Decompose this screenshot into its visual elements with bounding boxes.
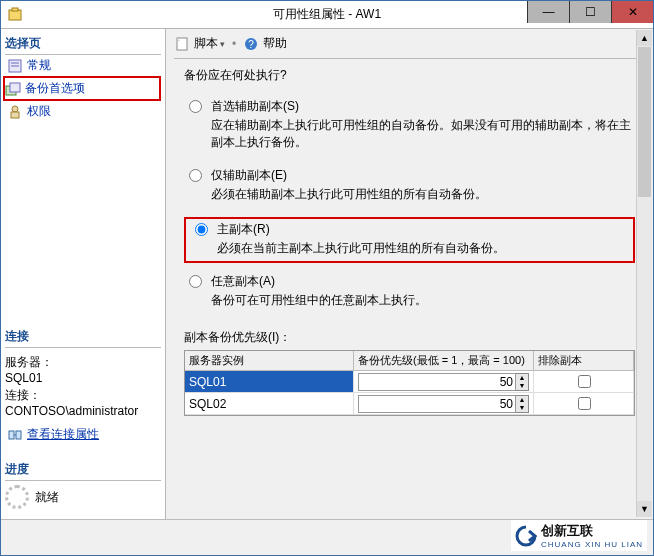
connection-icon	[7, 427, 23, 443]
right-pane: 脚本 • ? 帮助 备份应在何处执行? 首选辅助副本(S) 应在辅助副本上执行此…	[166, 29, 653, 519]
option-primary-highlight: 主副本(R) 必须在当前主副本上执行此可用性组的所有自动备份。	[184, 217, 635, 263]
spin-down[interactable]: ▼	[516, 382, 528, 390]
table-row[interactable]: SQL02 ▲▼	[185, 393, 634, 415]
watermark-icon	[515, 525, 537, 547]
svg-text:?: ?	[248, 39, 254, 50]
select-page-header: 选择页	[5, 33, 161, 55]
backup-where-question: 备份应在何处执行?	[184, 67, 635, 84]
nav-item-general[interactable]: 常规	[5, 55, 161, 76]
option-prefer-secondary[interactable]: 首选辅助副本(S) 应在辅助副本上执行此可用性组的自动备份。如果没有可用的辅助副…	[184, 98, 635, 159]
svg-point-7	[12, 106, 18, 112]
status-text: 就绪	[35, 489, 59, 506]
view-connection-properties-link[interactable]: 查看连接属性	[5, 424, 161, 445]
server-value: SQL01	[5, 371, 161, 385]
scroll-thumb[interactable]	[638, 47, 651, 197]
toolbar: 脚本 • ? 帮助	[174, 35, 645, 59]
option-desc: 应在辅助副本上执行此可用性组的自动备份。如果没有可用的辅助副本，将在主副本上执行…	[211, 117, 635, 151]
spin-down[interactable]: ▼	[516, 404, 528, 412]
radio-primary[interactable]	[195, 223, 208, 236]
progress-status: 就绪	[5, 485, 161, 509]
radio-secondary-only[interactable]	[189, 169, 202, 182]
scroll-track[interactable]	[637, 198, 652, 501]
cell-priority[interactable]: ▲▼	[354, 393, 534, 415]
radio-any-replica[interactable]	[189, 275, 202, 288]
option-desc: 必须在辅助副本上执行此可用性组的所有自动备份。	[211, 186, 487, 203]
cell-exclude[interactable]	[534, 371, 634, 393]
scroll-up-button[interactable]: ▲	[637, 30, 652, 46]
option-desc: 备份可在可用性组中的任意副本上执行。	[211, 292, 427, 309]
spinner-buttons[interactable]: ▲▼	[516, 395, 529, 413]
cell-server: SQL02	[185, 393, 354, 415]
replica-priority-label: 副本备份优先级(I)：	[184, 329, 635, 346]
watermark: 创新互联 CHUANG XIN HU LIAN	[511, 520, 647, 551]
option-any-replica[interactable]: 任意副本(A) 备份可在可用性组中的任意副本上执行。	[184, 273, 635, 317]
ready-icon	[5, 485, 29, 509]
grid-header: 服务器实例 备份优先级(最低 = 1，最高 = 100) 排除副本	[185, 351, 634, 371]
window-controls: — ☐ ✕	[527, 1, 653, 23]
view-connection-label: 查看连接属性	[27, 426, 99, 443]
exclude-checkbox[interactable]	[578, 397, 591, 410]
option-label: 仅辅助副本(E)	[211, 167, 487, 184]
exclude-checkbox[interactable]	[578, 375, 591, 388]
nav-label: 备份首选项	[25, 80, 85, 97]
minimize-button[interactable]: —	[527, 1, 569, 23]
option-label: 任意副本(A)	[211, 273, 427, 290]
script-button[interactable]: 脚本	[194, 35, 225, 52]
col-backup-priority: 备份优先级(最低 = 1，最高 = 100)	[354, 351, 534, 371]
toolbar-separator: •	[229, 37, 239, 51]
option-primary[interactable]: 主副本(R) 必须在当前主副本上执行此可用性组的所有自动备份。	[190, 221, 629, 259]
spinner-buttons[interactable]: ▲▼	[516, 373, 529, 391]
nav-item-permissions[interactable]: 权限	[5, 101, 161, 122]
replica-priority-grid[interactable]: 服务器实例 备份优先级(最低 = 1，最高 = 100) 排除副本 SQL01 …	[184, 350, 635, 416]
connection-header: 连接	[5, 326, 161, 348]
cell-exclude[interactable]	[534, 393, 634, 415]
cell-priority[interactable]: ▲▼	[354, 371, 534, 393]
help-button[interactable]: 帮助	[263, 35, 287, 52]
script-icon	[174, 36, 190, 52]
left-nav-pane: 选择页 常规 备份首选项 权限 连接	[1, 29, 166, 519]
cell-server: SQL01	[185, 371, 354, 393]
option-label: 主副本(R)	[217, 221, 505, 238]
radio-prefer-secondary[interactable]	[189, 100, 202, 113]
server-label: 服务器：	[5, 354, 161, 371]
svg-rect-1	[12, 8, 18, 11]
scroll-down-button[interactable]: ▼	[637, 501, 652, 517]
col-exclude-replica: 排除副本	[534, 351, 634, 371]
connection-info: 服务器： SQL01 连接： CONTOSO\administrator 查看连…	[5, 352, 161, 445]
progress-header: 进度	[5, 459, 161, 481]
backup-icon	[5, 81, 21, 97]
spin-up[interactable]: ▲	[516, 396, 528, 404]
option-desc: 必须在当前主副本上执行此可用性组的所有自动备份。	[217, 240, 505, 257]
connection-value: CONTOSO\administrator	[5, 404, 161, 418]
permissions-icon	[7, 104, 23, 120]
vertical-scrollbar[interactable]: ▲ ▼	[636, 30, 652, 517]
nav-item-backup-preferences[interactable]: 备份首选项	[3, 76, 161, 101]
svg-rect-8	[11, 112, 19, 118]
titlebar[interactable]: 可用性组属性 - AW1 — ☐ ✕	[1, 1, 653, 29]
priority-input[interactable]	[358, 373, 516, 391]
close-button[interactable]: ✕	[611, 1, 653, 23]
connection-label: 连接：	[5, 387, 161, 404]
priority-input[interactable]	[358, 395, 516, 413]
backup-preferences-form: 备份应在何处执行? 首选辅助副本(S) 应在辅助副本上执行此可用性组的自动备份。…	[174, 59, 645, 513]
col-server-instance: 服务器实例	[185, 351, 354, 371]
help-icon: ?	[243, 36, 259, 52]
app-icon	[7, 6, 23, 22]
table-row[interactable]: SQL01 ▲▼	[185, 371, 634, 393]
spin-up[interactable]: ▲	[516, 374, 528, 382]
option-secondary-only[interactable]: 仅辅助副本(E) 必须在辅助副本上执行此可用性组的所有自动备份。	[184, 167, 635, 211]
nav-label: 常规	[27, 57, 51, 74]
watermark-brand: 创新互联	[541, 522, 643, 540]
svg-rect-9	[9, 431, 14, 439]
availability-group-properties-window: 可用性组属性 - AW1 — ☐ ✕ 选择页 常规 备份首选项	[0, 0, 654, 556]
properties-icon	[7, 58, 23, 74]
window-title: 可用性组属性 - AW1	[273, 6, 381, 23]
svg-rect-6	[10, 83, 20, 92]
nav-label: 权限	[27, 103, 51, 120]
option-label: 首选辅助副本(S)	[211, 98, 635, 115]
maximize-button[interactable]: ☐	[569, 1, 611, 23]
content-area: 选择页 常规 备份首选项 权限 连接	[1, 29, 653, 519]
svg-rect-10	[16, 431, 21, 439]
watermark-sub: CHUANG XIN HU LIAN	[541, 540, 643, 549]
